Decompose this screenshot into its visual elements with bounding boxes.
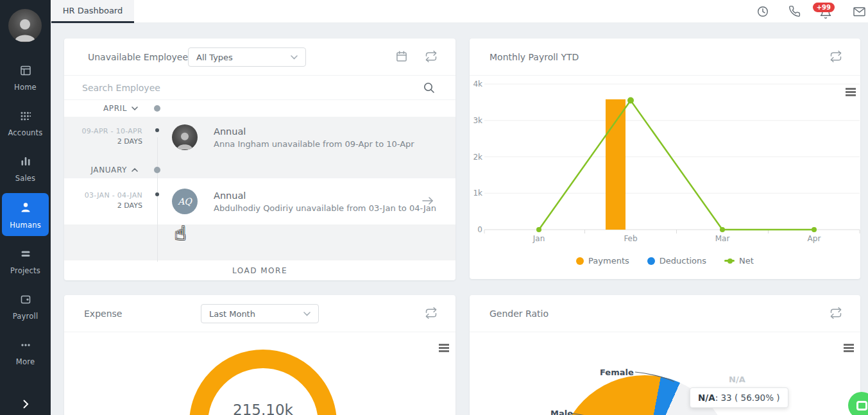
legend-item-deductions[interactable]: Deductions (647, 256, 706, 266)
sidebar-item-humans[interactable]: Humans (2, 193, 49, 236)
svg-text:Jan: Jan (532, 234, 545, 243)
sidebar-item-label: Accounts (8, 128, 42, 137)
calendar-icon (395, 50, 408, 63)
entry-duration: 2 DAYS (85, 201, 142, 210)
svg-text:Mar: Mar (715, 234, 730, 243)
bar-chart-icon (19, 155, 32, 168)
entry-duration: 2 DAYS (81, 137, 142, 146)
list-spacer (64, 224, 455, 260)
chart-menu-icon[interactable] (846, 88, 856, 97)
sidebar-item-projects[interactable]: Projects (2, 240, 49, 282)
arrow-right-icon[interactable] (422, 196, 434, 205)
leave-entry-anna[interactable]: 09-APR - 10-APR 2 DAYS Annual Anna Ingha… (64, 117, 455, 158)
month-group-january[interactable]: JANUARY (64, 158, 455, 178)
history-button[interactable] (756, 5, 769, 18)
entry-dates: 03-JAN - 04-JAN (85, 191, 142, 199)
expense-period-select[interactable]: Last Month (201, 304, 319, 323)
panel-title: Gender Ratio (489, 309, 549, 319)
search-input[interactable] (82, 76, 403, 99)
chat-bubble-icon (856, 401, 867, 411)
panel-title: Monthly Payroll YTD (489, 52, 579, 62)
search-row (64, 76, 455, 100)
select-value: All Types (196, 53, 233, 62)
month-label: APRIL (103, 104, 127, 113)
leave-description: Anna Ingham unavailable from 09-Apr to 1… (214, 139, 414, 149)
sidebar-item-label: Sales (15, 174, 36, 183)
sidebar-item-sales[interactable]: Sales (2, 148, 49, 189)
calls-button[interactable] (788, 5, 801, 18)
list-icon (19, 248, 32, 260)
tab-hr-dashboard[interactable]: HR Dashboard (51, 0, 134, 23)
messages-button[interactable] (853, 5, 865, 18)
expense-panel: Expense Last Month 215.10k (64, 295, 455, 415)
panel-title: Unavailable Employees (88, 52, 192, 62)
topbar: HR Dashboard +99 (51, 0, 868, 23)
user-avatar[interactable] (8, 9, 42, 42)
svg-text:Feb: Feb (624, 234, 637, 243)
chart-legend: Payments Deductions Net (470, 256, 860, 266)
person-silhouette-icon (175, 130, 194, 149)
tab-label: HR Dashboard (63, 6, 123, 15)
legend-item-net[interactable]: Net (724, 256, 754, 266)
chart-menu-icon[interactable] (844, 344, 854, 353)
chevron-down-icon (291, 55, 298, 60)
leave-entry-abdulhodiy[interactable]: 03-JAN - 04-JAN 2 DAYS AQ Annual Abdulho… (64, 178, 455, 224)
sidebar-item-home[interactable]: Home (2, 56, 49, 98)
refresh-button[interactable] (830, 307, 844, 321)
sidebar-item-payroll[interactable]: Payroll (2, 285, 49, 327)
avatar-initials: AQ (178, 196, 192, 207)
select-value: Last Month (209, 309, 255, 319)
legend-item-payments[interactable]: Payments (576, 256, 629, 266)
chevron-down-icon (303, 312, 311, 316)
calendar-button[interactable] (395, 50, 409, 64)
sidebar-item-accounts[interactable]: Accounts (2, 102, 49, 144)
sidebar-expand-button[interactable] (0, 398, 51, 410)
chart-tooltip: N/A: 33 ( 56.90% ) (690, 387, 788, 408)
male-slice-label: Male (550, 409, 573, 415)
sidebar-item-label: Projects (10, 266, 40, 275)
mail-icon (853, 5, 866, 18)
refresh-button[interactable] (425, 50, 439, 64)
leave-type: Annual (214, 126, 414, 137)
leave-description: Abdulhodiy Qodiriy unavailable from 03-J… (214, 203, 436, 213)
clock-icon (756, 5, 769, 18)
entry-dates: 09-APR - 10-APR (81, 127, 142, 135)
person-icon (19, 201, 33, 215)
search-icon[interactable] (423, 82, 435, 94)
sidebar-item-label: Payroll (13, 312, 38, 321)
female-slice-label: Female (600, 368, 634, 377)
chevron-down-icon (132, 106, 138, 110)
payroll-chart: 4k3k2k1k0JanFebMarApr (470, 76, 860, 250)
phone-icon (788, 5, 801, 17)
month-label: JANUARY (90, 165, 127, 174)
timeline-entry-dot (155, 192, 159, 196)
legend-label: Payments (588, 256, 629, 266)
legend-label: Net (739, 256, 754, 266)
refresh-button[interactable] (425, 307, 439, 321)
tooltip-value: : 33 ( 56.90% ) (715, 393, 780, 403)
refresh-button[interactable] (830, 50, 844, 64)
person-silhouette-icon (12, 16, 38, 42)
expense-total: 215.10k (189, 402, 337, 415)
sidebar-item-more[interactable]: More (2, 331, 49, 373)
month-group-april[interactable]: APRIL (64, 100, 455, 117)
na-slice-label: N/A (729, 375, 745, 384)
svg-text:Apr: Apr (808, 234, 821, 243)
employee-avatar[interactable] (172, 124, 198, 150)
employee-avatar[interactable]: AQ (172, 189, 198, 214)
sidebar-item-label: More (16, 357, 35, 366)
apps-grid-icon (19, 110, 32, 123)
timeline-line (157, 137, 158, 262)
sidebar-item-label: Humans (10, 221, 41, 230)
load-more-button[interactable]: LOAD MORE (64, 260, 455, 280)
chart-menu-icon[interactable] (439, 344, 449, 353)
panel-title: Expense (84, 309, 122, 319)
chevron-up-icon (132, 168, 138, 172)
svg-text:4k: 4k (473, 80, 482, 89)
deductions-legend-dot (647, 257, 655, 265)
leave-type-select[interactable]: All Types (188, 47, 306, 67)
svg-text:0: 0 (477, 225, 482, 234)
home-icon (19, 64, 32, 77)
timeline-group-dot (154, 105, 160, 112)
refresh-icon (425, 307, 438, 319)
